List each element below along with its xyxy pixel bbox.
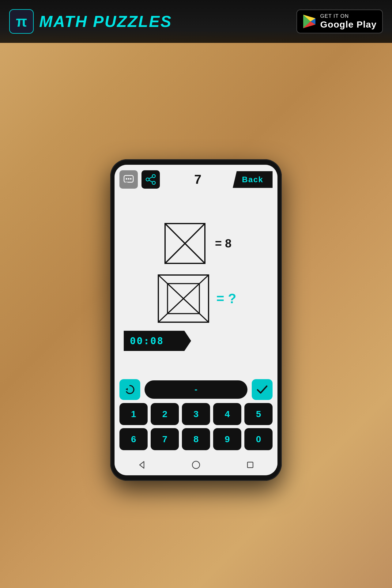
num-btn-0[interactable]: 0 bbox=[244, 428, 273, 450]
reset-button[interactable] bbox=[119, 379, 140, 400]
google-play-name: Google Play bbox=[320, 19, 377, 30]
pi-logo: π bbox=[9, 9, 34, 34]
svg-marker-29 bbox=[140, 462, 144, 468]
equals-question: = ? bbox=[217, 291, 236, 306]
equation-row-2: = ? bbox=[156, 273, 236, 325]
svg-marker-28 bbox=[126, 388, 128, 390]
logo-area: π MATH PUZZLES bbox=[9, 9, 172, 34]
check-button[interactable] bbox=[252, 379, 273, 400]
svg-line-18 bbox=[149, 180, 153, 182]
nav-back-icon bbox=[137, 460, 146, 469]
chat-icon bbox=[123, 175, 134, 184]
play-store-icon bbox=[303, 14, 316, 29]
timer-value: 00:08 bbox=[130, 335, 164, 347]
numpad: 1 2 3 4 5 6 7 8 9 0 bbox=[115, 400, 277, 455]
num-btn-2[interactable]: 2 bbox=[151, 403, 179, 425]
check-icon bbox=[256, 385, 268, 394]
nav-home-icon bbox=[191, 460, 201, 469]
svg-line-17 bbox=[149, 177, 153, 179]
top-bar: π MATH PUZZLES GET IT ON Goog bbox=[0, 0, 392, 43]
level-number: 7 bbox=[167, 172, 229, 187]
back-label: Back bbox=[242, 175, 263, 184]
phone-screen: 7 Back = 8 bbox=[115, 165, 277, 475]
svg-rect-31 bbox=[247, 462, 253, 468]
google-play-button[interactable]: GET IT ON Google Play bbox=[296, 9, 383, 33]
scene: 7 Back = 8 bbox=[0, 43, 392, 588]
back-button[interactable]: Back bbox=[233, 171, 273, 188]
timer-banner: 00:08 bbox=[124, 331, 191, 351]
svg-point-15 bbox=[146, 178, 149, 181]
num-btn-3[interactable]: 3 bbox=[182, 403, 210, 425]
reset-icon bbox=[124, 384, 136, 395]
svg-marker-13 bbox=[125, 182, 128, 184]
pi-symbol: π bbox=[16, 13, 27, 30]
equation-row-1: = 8 bbox=[160, 221, 232, 266]
share-button[interactable] bbox=[141, 170, 160, 189]
num-btn-4[interactable]: 4 bbox=[213, 403, 241, 425]
svg-point-30 bbox=[192, 461, 200, 469]
nav-bar bbox=[115, 455, 277, 475]
nav-back-button[interactable] bbox=[136, 459, 147, 470]
puzzle-area: = 8 = ? bbox=[115, 192, 277, 379]
app-title: MATH PUZZLES bbox=[39, 12, 172, 31]
num-btn-9[interactable]: 9 bbox=[213, 428, 241, 450]
equals-8: = 8 bbox=[215, 237, 232, 250]
svg-point-12 bbox=[130, 178, 132, 180]
share-icon bbox=[145, 174, 156, 185]
nav-home-button[interactable] bbox=[190, 459, 202, 470]
svg-point-11 bbox=[128, 178, 130, 180]
num-btn-5[interactable]: 5 bbox=[244, 403, 273, 425]
get-it-on-label: GET IT ON bbox=[320, 13, 377, 19]
svg-point-14 bbox=[152, 175, 155, 178]
timer-container: 00:08 bbox=[121, 331, 271, 351]
svg-point-16 bbox=[152, 181, 155, 184]
chat-button[interactable] bbox=[119, 170, 138, 189]
nav-recent-icon bbox=[246, 460, 255, 469]
shape-square-x bbox=[160, 221, 209, 266]
google-play-text: GET IT ON Google Play bbox=[320, 13, 377, 30]
num-btn-1[interactable]: 1 bbox=[119, 403, 148, 425]
num-btn-6[interactable]: 6 bbox=[119, 428, 148, 450]
phone: 7 Back = 8 bbox=[110, 159, 282, 481]
answer-display: - bbox=[145, 380, 247, 399]
screen-header: 7 Back bbox=[115, 165, 277, 192]
shape-double-square-x bbox=[156, 273, 211, 325]
svg-point-10 bbox=[126, 178, 127, 180]
num-btn-7[interactable]: 7 bbox=[151, 428, 179, 450]
nav-recent-button[interactable] bbox=[245, 459, 256, 470]
input-row: - bbox=[115, 379, 277, 400]
num-btn-8[interactable]: 8 bbox=[182, 428, 210, 450]
